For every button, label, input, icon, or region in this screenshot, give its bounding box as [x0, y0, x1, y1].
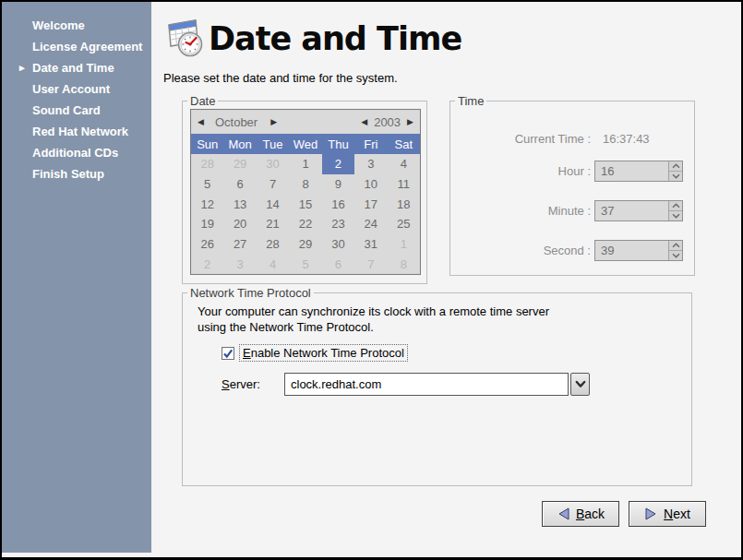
- calendar-day-header: Sat: [388, 134, 420, 154]
- calendar-day[interactable]: 6: [223, 174, 256, 195]
- sidebar-item-label: License Agreement: [32, 40, 142, 54]
- minute-row: Minute : 37: [450, 199, 683, 221]
- next-button-label: Next: [664, 506, 690, 521]
- calendar-day[interactable]: 25: [388, 214, 420, 234]
- calendar-day[interactable]: 27: [223, 234, 256, 255]
- calendar-day[interactable]: 8: [289, 174, 321, 195]
- content-area: Date and Time Please set the date and ti…: [151, 2, 741, 557]
- calendar-day-header: Wed: [289, 134, 321, 154]
- enable-ntp-checkbox[interactable]: [222, 347, 234, 360]
- enable-ntp-checkbox-label[interactable]: Enable Network Time Protocol: [240, 345, 407, 361]
- current-time-label: Current Time :: [450, 132, 591, 146]
- calendar-day[interactable]: 5: [289, 254, 321, 274]
- sidebar-item-sound-card: Sound Card: [2, 100, 151, 121]
- page-subtitle: Please set the date and time for the sys…: [163, 71, 398, 85]
- calendar-day[interactable]: 9: [322, 174, 354, 195]
- check-icon: [222, 348, 234, 359]
- calendar-day[interactable]: 4: [257, 254, 289, 274]
- calendar-day[interactable]: 29: [223, 154, 256, 174]
- time-group-label: Time: [455, 94, 486, 108]
- second-spin-down-button[interactable]: [669, 251, 682, 260]
- next-year-button[interactable]: ▶: [407, 110, 413, 134]
- calendar-day[interactable]: 31: [354, 234, 387, 255]
- sidebar-item-additional-cds: Additional CDs: [2, 142, 151, 163]
- second-spinner[interactable]: 39: [594, 240, 683, 261]
- calendar-day[interactable]: 6: [322, 254, 354, 274]
- next-arrow-icon: [644, 506, 658, 521]
- second-label: Second :: [450, 244, 591, 257]
- calendar-day[interactable]: 7: [354, 254, 387, 274]
- calendar-day[interactable]: 21: [257, 214, 289, 234]
- server-input[interactable]: clock.redhat.com: [284, 373, 569, 396]
- calendar-day[interactable]: 24: [354, 214, 387, 234]
- calendar-day[interactable]: 1: [388, 234, 420, 255]
- chevron-down-icon: [575, 380, 586, 388]
- back-button-label: Back: [576, 506, 605, 521]
- ntp-description-line2: using the Network Time Protocol.: [198, 319, 374, 335]
- minute-spin-down-button[interactable]: [669, 211, 682, 220]
- prev-month-button[interactable]: ◀: [198, 110, 204, 134]
- minute-value: 37: [595, 201, 668, 220]
- server-dropdown-button[interactable]: [570, 373, 590, 396]
- calendar-day[interactable]: 13: [223, 194, 256, 214]
- sidebar-item-date-and-time: ▸Date and Time: [2, 57, 151, 78]
- second-row: Second : 39: [450, 239, 683, 261]
- sidebar-item-label: Red Hat Network: [32, 125, 128, 138]
- calendar-day[interactable]: 8: [388, 254, 420, 274]
- calendar-day[interactable]: 4: [388, 154, 420, 174]
- calendar-day[interactable]: 28: [257, 234, 289, 255]
- calendar-day[interactable]: 14: [257, 194, 289, 214]
- calendar-day[interactable]: 26: [191, 234, 223, 255]
- second-spin-up-button[interactable]: [669, 241, 682, 251]
- calendar-day[interactable]: 16: [322, 194, 354, 214]
- calendar-day-selected[interactable]: 2: [322, 154, 354, 174]
- sidebar-item-welcome: Welcome: [2, 15, 151, 36]
- hour-value: 16: [595, 161, 668, 181]
- prev-year-button[interactable]: ◀: [361, 110, 367, 134]
- calendar-day[interactable]: 1: [289, 154, 321, 174]
- calendar-day-header: Fri: [354, 134, 387, 154]
- calendar-day[interactable]: 19: [191, 214, 223, 234]
- calendar-day[interactable]: 5: [191, 174, 223, 195]
- calendar-day[interactable]: 3: [354, 154, 387, 174]
- calendar-day-header-row: SunMonTueWedThuFriSat: [191, 134, 420, 154]
- next-button[interactable]: Next: [629, 501, 706, 527]
- calendar-day[interactable]: 12: [191, 194, 223, 214]
- calendar-day[interactable]: 2: [191, 254, 223, 274]
- calendar-day[interactable]: 29: [289, 234, 321, 255]
- calendar-nav: ◀ October ▶ ◀ 2003 ▶: [191, 110, 420, 134]
- calendar-day[interactable]: 22: [289, 214, 321, 234]
- calendar-day[interactable]: 30: [257, 154, 289, 174]
- calendar-day[interactable]: 28: [191, 154, 223, 174]
- sidebar-item-label: Finish Setup: [32, 167, 104, 181]
- hour-spinner[interactable]: 16: [594, 161, 683, 182]
- ntp-group-label: Network Time Protocol: [187, 286, 314, 300]
- hour-spin-down-button[interactable]: [669, 172, 682, 181]
- calendar-day[interactable]: 15: [289, 194, 321, 214]
- minute-spinner[interactable]: 37: [594, 200, 683, 221]
- time-group: Time Current Time : 16:37:43 Hour : 16 M…: [449, 101, 695, 276]
- calendar-day[interactable]: 18: [388, 194, 420, 214]
- calendar-widget: ◀ October ▶ ◀ 2003 ▶ SunMonTueWedThuFriS…: [190, 109, 421, 275]
- sidebar-item-label: Sound Card: [32, 103, 101, 117]
- calendar-day[interactable]: 11: [388, 174, 420, 195]
- page-title: Date and Time: [209, 20, 461, 57]
- calendar-day[interactable]: 17: [354, 194, 387, 214]
- calendar-month-label: October: [215, 115, 258, 129]
- calendar-grid: 2829301234567891011121314151617181920212…: [191, 154, 420, 274]
- calendar-day[interactable]: 10: [354, 174, 387, 195]
- hour-spin-up-button[interactable]: [669, 161, 682, 172]
- calendar-day[interactable]: 20: [223, 214, 256, 234]
- calendar-day-header: Mon: [223, 134, 256, 154]
- sidebar-item-label: Welcome: [32, 18, 85, 32]
- next-month-button[interactable]: ▶: [270, 110, 277, 134]
- calendar-day[interactable]: 7: [257, 174, 289, 195]
- calendar-day-header: Tue: [257, 134, 289, 154]
- hour-row: Hour : 16: [450, 160, 683, 182]
- back-button[interactable]: Back: [542, 501, 619, 527]
- calendar-day[interactable]: 3: [223, 254, 256, 274]
- hour-label: Hour :: [450, 164, 591, 178]
- calendar-day[interactable]: 30: [322, 234, 354, 255]
- calendar-day[interactable]: 23: [322, 214, 354, 234]
- minute-spin-up-button[interactable]: [669, 201, 682, 211]
